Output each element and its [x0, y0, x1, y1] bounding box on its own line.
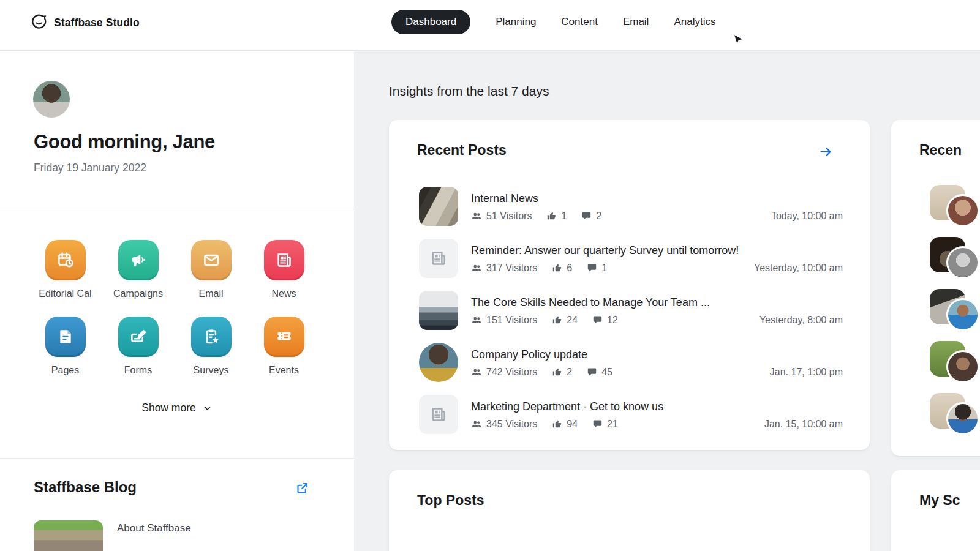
- post-row[interactable]: Reminder: Answer our quarterly Survey un…: [419, 232, 843, 284]
- comment-icon: [587, 263, 597, 273]
- current-date: Friday 19 January 2022: [34, 162, 146, 174]
- likes-stat: 1: [546, 211, 567, 222]
- comment-icon: [592, 315, 603, 325]
- nav-tab-content[interactable]: Content: [561, 10, 598, 34]
- brand: Staffbase Studio: [31, 13, 140, 32]
- feed-row[interactable]: [930, 185, 980, 237]
- people-icon: [471, 367, 482, 378]
- nav-tab-analytics[interactable]: Analytics: [674, 10, 715, 34]
- post-timestamp: Jan. 15, 10:00 am: [764, 419, 843, 430]
- app-forms[interactable]: Forms: [102, 317, 175, 376]
- post-timestamp: Yesterday, 8:00 am: [760, 315, 843, 326]
- blog-list-item[interactable]: About Staffbase: [34, 520, 191, 551]
- arrow-right-icon[interactable]: [818, 144, 833, 162]
- newspaper-icon: [264, 240, 304, 280]
- thumbs-up-icon: [546, 211, 557, 221]
- app-label: Pages: [51, 365, 79, 376]
- app-label: Campaigns: [113, 288, 163, 299]
- nav-tab-dashboard[interactable]: Dashboard: [391, 10, 470, 34]
- app-surveys[interactable]: Surveys: [175, 317, 247, 376]
- right-rail-card-2: My Sc: [891, 470, 980, 551]
- comments-stat: 1: [587, 263, 607, 274]
- post-row[interactable]: Internal News 51 Visitors 1 2 Today, 10:…: [419, 180, 843, 232]
- feed-avatar: [946, 246, 979, 279]
- user-avatar[interactable]: [33, 81, 70, 118]
- feed-avatar: [946, 402, 979, 435]
- feed-avatar: [946, 194, 979, 227]
- insights-title: Insights from the last 7 days: [389, 84, 549, 99]
- thumbs-up-icon: [552, 263, 562, 273]
- likes-stat: 6: [552, 263, 572, 274]
- app-editorial-cal[interactable]: Editorial Cal: [29, 240, 102, 299]
- external-link-icon[interactable]: [296, 482, 309, 497]
- post-title: The Core Skills Needed to Manage Your Te…: [471, 296, 843, 309]
- document-icon: [45, 317, 86, 357]
- app-news[interactable]: News: [247, 240, 320, 299]
- right-rail-feed: [930, 185, 980, 445]
- people-icon: [471, 315, 482, 326]
- likes-stat: 94: [552, 419, 578, 430]
- nav-tab-planning[interactable]: Planning: [496, 10, 536, 34]
- post-title: Reminder: Answer our quarterly Survey un…: [471, 244, 843, 257]
- divider: [0, 209, 354, 209]
- blog-section-title: Staffbase Blog: [34, 479, 137, 496]
- post-row[interactable]: Marketing Department - Get to know us 34…: [419, 388, 843, 440]
- likes-stat: 24: [552, 315, 578, 326]
- app-email[interactable]: Email: [175, 240, 247, 299]
- brand-name: Staffbase Studio: [54, 17, 140, 29]
- mouse-cursor: [733, 34, 744, 50]
- app-launcher-grid: Editorial Cal Campaigns Email: [29, 240, 323, 393]
- app-events[interactable]: Events: [247, 317, 320, 376]
- visitors-stat: 151 Visitors: [471, 315, 537, 326]
- right-rail-card-1-title: Recen: [919, 142, 962, 159]
- visitors-stat: 51 Visitors: [471, 211, 532, 222]
- comment-icon: [587, 367, 597, 377]
- post-title: Marketing Department - Get to know us: [471, 400, 843, 413]
- post-thumbnail: [419, 187, 458, 226]
- feed-avatar: [946, 350, 979, 383]
- thumbs-up-icon: [552, 315, 562, 325]
- visitors-stat: 345 Visitors: [471, 419, 537, 430]
- top-posts-card: Top Posts: [389, 470, 870, 551]
- app-label: News: [271, 288, 296, 299]
- thumbs-up-icon: [552, 367, 562, 377]
- feed-row[interactable]: [930, 393, 980, 445]
- post-thumbnail: [419, 395, 458, 434]
- post-title: Internal News: [471, 192, 843, 205]
- sidebar: Good morning, Jane Friday 19 January 202…: [0, 51, 354, 551]
- app-label: Forms: [124, 365, 152, 376]
- feed-row[interactable]: [930, 289, 980, 341]
- main-nav: Dashboard Planning Content Email Analyti…: [391, 10, 715, 34]
- recent-posts-title: Recent Posts: [417, 142, 507, 159]
- post-row[interactable]: Company Policy update 742 Visitors 2 45 …: [419, 336, 843, 388]
- post-row[interactable]: The Core Skills Needed to Manage Your Te…: [419, 284, 843, 336]
- newspaper-placeholder-icon: [429, 405, 448, 424]
- nav-tab-email[interactable]: Email: [623, 10, 649, 34]
- people-icon: [471, 263, 482, 274]
- post-list: Internal News 51 Visitors 1 2 Today, 10:…: [419, 180, 843, 440]
- feed-row[interactable]: [930, 341, 980, 393]
- app-pages[interactable]: Pages: [29, 317, 102, 376]
- app-label: Email: [198, 288, 223, 299]
- visitors-stat: 742 Visitors: [471, 367, 537, 378]
- newspaper-placeholder-icon: [429, 249, 448, 268]
- comments-stat: 2: [581, 211, 601, 222]
- comment-icon: [592, 419, 603, 429]
- megaphone-icon: [118, 240, 159, 280]
- post-timestamp: Yesterday, 10:00 am: [754, 263, 843, 274]
- staffbase-logo-icon: [31, 13, 47, 32]
- post-title: Company Policy update: [471, 348, 843, 361]
- right-rail-card-1: Recen: [891, 120, 980, 456]
- feed-row[interactable]: [930, 237, 980, 289]
- post-timestamp: Today, 10:00 am: [771, 211, 843, 222]
- visitors-stat: 317 Visitors: [471, 263, 537, 274]
- feed-avatar: [946, 298, 979, 331]
- blog-item-thumbnail: [34, 520, 103, 551]
- ticket-icon: [264, 317, 304, 357]
- right-rail-card-2-title: My Sc: [919, 492, 960, 509]
- show-more-button[interactable]: Show more: [0, 402, 354, 414]
- thumbs-up-icon: [552, 419, 562, 429]
- greeting-heading: Good morning, Jane: [34, 131, 215, 153]
- top-posts-title: Top Posts: [417, 492, 484, 509]
- app-campaigns[interactable]: Campaigns: [102, 240, 175, 299]
